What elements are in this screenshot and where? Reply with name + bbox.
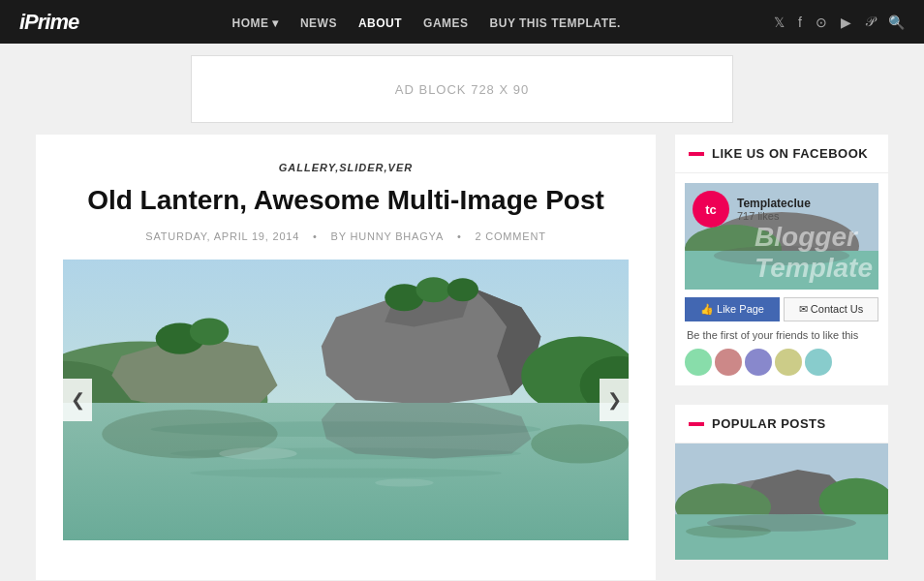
facebook-heading-label: LIKE US ON FACEBOOK [712,146,868,161]
article-date: SATURDAY, APRIL 19, 2014 [145,230,299,242]
nav-social-icons: 𝕏 f ⊙ ▶ 𝒫 🔍 [774,14,905,30]
dribbble-icon[interactable]: ⊙ [816,15,827,30]
svg-point-8 [447,278,478,301]
fb-page-preview: tc Templateclue 717 likes BloggerTemplat… [685,183,878,290]
popular-posts-widget: POPULAR POSTS [675,405,888,560]
image-slider: ❮ ❯ [63,260,629,540]
svg-point-22 [375,479,433,487]
ad-block: AD BLOCK 728 X 90 [191,55,733,123]
site-logo[interactable]: iPrime [19,10,78,35]
svg-point-20 [531,424,629,463]
article-author: BY HUNNY BHAGYA [331,230,445,242]
nav-item-buy[interactable]: BUY THIS TEMPLATE. [490,15,621,30]
popular-posts-label: POPULAR POSTS [712,416,826,431]
fb-avatars [685,349,878,376]
article-title: Old Lantern, Awesome Multi-Image Post [63,183,629,217]
fb-page-name: Templateclue [737,197,811,210]
article-comments: 2 COMMENT [475,230,545,242]
nav-links: HOME ▾ NEWS ABOUT GAMES BUY THIS TEMPLAT… [232,15,621,30]
fb-tc-logo: tc [693,191,729,228]
svg-point-35 [686,525,771,537]
article-area: GALLERY,SLIDER,VER Old Lantern, Awesome … [36,135,656,580]
fb-bg-text: BloggerTemplate [755,222,873,284]
fb-avatar [685,349,712,376]
nav-item-about[interactable]: ABOUT [358,15,402,30]
navigation: iPrime HOME ▾ NEWS ABOUT GAMES BUY THIS … [0,0,924,44]
fb-avatar [805,349,832,376]
facebook-icon[interactable]: f [798,15,802,30]
svg-point-21 [219,447,297,459]
svg-point-17 [190,468,502,477]
nav-item-news[interactable]: NEWS [300,15,337,30]
popular-posts-heading: POPULAR POSTS [675,405,888,443]
nav-item-games[interactable]: GAMES [423,15,469,30]
svg-point-11 [190,318,229,345]
youtube-icon[interactable]: ▶ [841,15,851,30]
fb-avatar [745,349,772,376]
ad-banner-wrap: AD BLOCK 728 X 90 [0,44,924,135]
main-layout: GALLERY,SLIDER,VER Old Lantern, Awesome … [0,135,924,580]
fb-avatar [775,349,802,376]
facebook-heading: LIKE US ON FACEBOOK [675,135,888,173]
fb-widget-content: tc Templateclue 717 likes BloggerTemplat… [675,173,888,385]
fb-actions: 👍 Like Page ✉ Contact Us [685,297,878,321]
fb-contact-button[interactable]: ✉ Contact Us [784,297,878,321]
fb-avatar [715,349,742,376]
fb-page-likes: 717 likes [737,210,811,222]
svg-marker-18 [322,403,531,458]
nav-item-home[interactable]: HOME ▾ [232,15,279,30]
fb-friends-text: Be the first of your friends to like thi… [685,329,878,341]
twitter-icon[interactable]: 𝕏 [774,15,785,30]
search-icon[interactable]: 🔍 [888,15,905,30]
sidebar: LIKE US ON FACEBOOK tc [675,135,888,580]
pinterest-icon[interactable]: 𝒫 [865,14,875,30]
heading-accent-bar [689,152,704,156]
slider-prev-button[interactable]: ❮ [63,379,92,421]
article-meta: SATURDAY, APRIL 19, 2014 • BY HUNNY BHAG… [63,230,629,242]
svg-point-7 [416,277,450,302]
fb-like-button[interactable]: 👍 Like Page [685,297,780,321]
facebook-widget: LIKE US ON FACEBOOK tc [675,135,888,385]
ad-label: AD BLOCK 728 X 90 [395,82,529,97]
heading-accent-bar [689,422,704,426]
article-categories: GALLERY,SLIDER,VER [63,162,629,173]
slider-next-button[interactable]: ❯ [600,379,629,421]
popular-post-image[interactable] [675,443,888,560]
